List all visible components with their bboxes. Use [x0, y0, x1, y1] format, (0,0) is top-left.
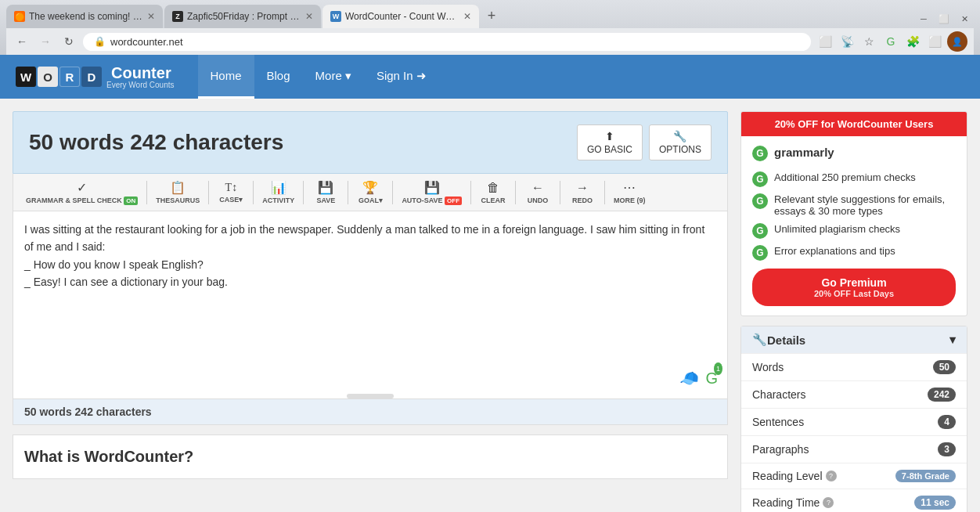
go-basic-button[interactable]: ⬆ GO BASIC: [577, 124, 643, 160]
grammarly-name-row: G grammarly: [752, 146, 956, 165]
new-tab-button[interactable]: +: [481, 5, 503, 27]
grammarly-ad: 20% OFF for WordCounter Users G grammarl…: [740, 111, 967, 316]
ad-header-suffix: Users: [903, 118, 934, 130]
feature-text-3: Unlimited plagiarism checks: [774, 223, 900, 235]
forward-button[interactable]: →: [36, 32, 55, 51]
go-premium-button[interactable]: Go Premium 20% OFF Last Days: [752, 269, 956, 306]
grammarly-editor-icon[interactable]: G1: [705, 366, 718, 391]
toolbar-sep-9: [560, 181, 560, 204]
goal-button[interactable]: 🏆 GOAL▾: [351, 177, 390, 207]
sentences-value: 4: [938, 415, 956, 429]
what-is-title: What is WordCounter?: [24, 448, 716, 466]
lock-icon: 🔒: [94, 36, 106, 47]
ad-header-prefix: 20% OFF for: [775, 118, 838, 130]
redo-icon: →: [576, 181, 589, 195]
sidebar-toggle-icon[interactable]: ⬜: [925, 32, 944, 51]
toolbar-sep-10: [604, 181, 605, 204]
save-button[interactable]: 💾 SAVE: [306, 177, 345, 207]
nav-signin[interactable]: Sign In ➜: [364, 55, 439, 99]
back-button[interactable]: ←: [13, 32, 31, 51]
details-panel: 🔧 Details ▾ Words 50 Characters 242 Sent…: [740, 326, 967, 512]
bookmark-icon[interactable]: ☆: [859, 32, 878, 51]
tab-close-2[interactable]: ✕: [301, 11, 313, 22]
what-is-section: What is WordCounter?: [13, 434, 728, 479]
maximize-button[interactable]: ⬜: [935, 9, 953, 28]
browser-tab-3[interactable]: W WordCounter - Count Words &... ✕: [322, 5, 479, 28]
tab-label-2: Zapfic50Friday : Prompt "Album": [187, 11, 301, 22]
grammar-spell-check-button[interactable]: ✓ GRAMMAR & SPELL CHECK ON: [20, 177, 144, 207]
reading-level-label: Reading Level: [752, 470, 823, 482]
reading-level-value: 7-8th Grade: [895, 470, 956, 482]
tab-close-3[interactable]: ✕: [459, 11, 471, 22]
logo-letter-w: W: [16, 67, 36, 87]
paragraphs-value: 3: [938, 442, 956, 456]
feature-row-2: G Relevant style suggestions for emails,…: [752, 193, 956, 217]
browser-tab-2[interactable]: Z Zapfic50Friday : Prompt "Album" ✕: [164, 5, 321, 28]
details-collapse-icon[interactable]: ▾: [949, 333, 956, 347]
header-buttons: ⬆ GO BASIC 🔧 OPTIONS: [577, 124, 712, 160]
reading-time-help-icon[interactable]: ?: [823, 497, 834, 508]
refresh-button[interactable]: ↻: [59, 32, 78, 51]
words-value: 50: [933, 360, 956, 374]
more-button[interactable]: ⋯ MORE (9): [607, 177, 652, 207]
toolbar-sep-3: [253, 181, 254, 204]
case-icon: T↕: [225, 182, 238, 194]
case-button[interactable]: T↕ CASE▾: [211, 178, 250, 207]
tab-favicon-3: W: [330, 11, 341, 22]
go-premium-sub: 20% OFF Last Days: [768, 289, 940, 298]
status-text: 50 words 242 characters: [24, 406, 152, 418]
nav-home[interactable]: Home: [198, 55, 254, 99]
toolbar-sep-2: [208, 181, 209, 204]
tab-label-1: The weekend is coming! It's time...: [29, 11, 142, 22]
reading-level-help-icon[interactable]: ?: [826, 471, 837, 481]
autosave-button[interactable]: 💾 AUTO-SAVE OFF: [395, 177, 468, 207]
translate-icon[interactable]: ⬜: [816, 32, 834, 51]
browser-chrome: 🟠 The weekend is coming! It's time... ✕ …: [0, 0, 980, 55]
feature-icon-2: G: [752, 193, 768, 209]
sentences-label: Sentences: [752, 416, 804, 428]
clear-button[interactable]: 🗑 CLEAR: [474, 178, 513, 207]
details-header: 🔧 Details ▾: [741, 326, 967, 353]
editor-bottom-icons: 🧢 G1: [679, 366, 718, 391]
ad-body: G grammarly G Additional 250 premium che…: [741, 136, 967, 315]
horizontal-scrollbar[interactable]: [347, 394, 394, 398]
tab-close-1[interactable]: ✕: [142, 11, 155, 22]
url-bar[interactable]: 🔒 wordcounter.net: [83, 33, 811, 51]
cast-icon[interactable]: 📡: [838, 32, 856, 51]
logo-letter-r: R: [59, 67, 80, 87]
browser-toolbar: ⬜ 📡 ☆ G 🧩 ⬜ 👤: [816, 31, 967, 52]
feature-row-4: G Error explanations and tips: [752, 245, 956, 261]
feature-text-2: Relevant style suggestions for emails, e…: [774, 193, 956, 217]
thesaurus-button[interactable]: 📋 THESAURUS: [150, 177, 206, 207]
activity-icon: 📊: [271, 180, 286, 195]
feature-icon-4: G: [752, 245, 768, 261]
redo-button[interactable]: → REDO: [563, 178, 602, 207]
activity-button[interactable]: 📊 ACTIVITY: [256, 177, 301, 207]
paragraphs-label: Paragraphs: [752, 443, 809, 456]
minimize-button[interactable]: ─: [914, 9, 933, 28]
browser-tab-1[interactable]: 🟠 The weekend is coming! It's time... ✕: [6, 5, 163, 28]
options-button[interactable]: 🔧 OPTIONS: [649, 124, 712, 160]
grammarly-icon[interactable]: G: [881, 32, 900, 51]
text-editor[interactable]: I was sitting at the restaurant looking …: [13, 211, 728, 399]
extensions-icon[interactable]: 🧩: [903, 32, 922, 51]
nav-blog[interactable]: Blog: [254, 55, 303, 99]
tab-label-3: WordCounter - Count Words &...: [345, 11, 459, 22]
url-text: wordcounter.net: [110, 36, 183, 48]
nav-more[interactable]: More ▾: [303, 55, 364, 99]
toolbar-sep-8: [515, 181, 516, 204]
site-logo[interactable]: W O R D Counter Every Word Counts: [16, 64, 175, 89]
profile-avatar[interactable]: 👤: [947, 31, 967, 52]
close-browser-button[interactable]: ✕: [955, 9, 974, 28]
editor-content: I was sitting at the restaurant looking …: [24, 221, 716, 256]
reading-time-value: 11 sec: [914, 496, 956, 510]
undo-icon: ←: [531, 181, 544, 195]
more-grid-icon: ⋯: [623, 180, 636, 195]
details-row-characters: Characters 242: [741, 380, 967, 408]
tab-favicon-1: 🟠: [14, 11, 25, 22]
details-row-sentences: Sentences 4: [741, 408, 967, 435]
undo-button[interactable]: ← UNDO: [518, 178, 557, 207]
options-label: OPTIONS: [659, 144, 701, 155]
characters-label: Characters: [752, 388, 805, 401]
toolbar-sep-6: [392, 181, 393, 204]
